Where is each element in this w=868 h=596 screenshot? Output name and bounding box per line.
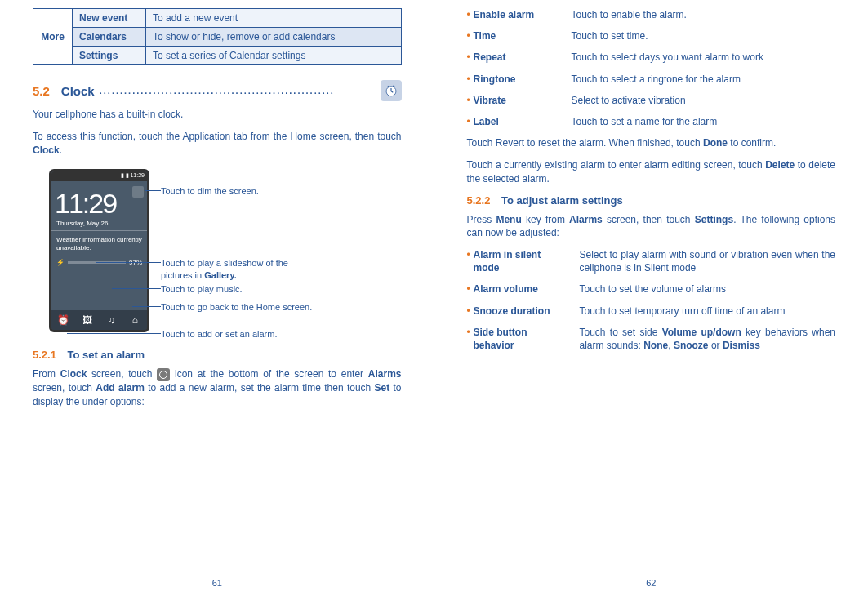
- cal-row-label: Calendars: [73, 28, 146, 47]
- page-61: More New event To add a new event Calend…: [0, 0, 434, 596]
- phone-mockup: ▮ ▮ 11:29 11:29 Thursday, May 26 Weather…: [49, 169, 149, 332]
- cal-row-desc: To add a new event: [146, 9, 402, 28]
- clock-intro-2: To access this function, touch the Appli…: [33, 130, 402, 158]
- phone-bottom-icons: ⏰ 🖼 ♫ ⌂: [51, 310, 147, 330]
- alarm-settings-list: • Alarm in silentmode Select to play ala…: [467, 248, 836, 352]
- subsection-title: To adjust alarm settings: [501, 194, 623, 207]
- heading-dots: ........................................…: [100, 86, 376, 96]
- subsection-title: To set an alarm: [68, 349, 145, 361]
- clock-intro-1: Your cellphone has a built-in clock.: [33, 108, 402, 122]
- cal-row-desc: To set a series of Calendar settings: [146, 47, 402, 65]
- alarm-options-list: •Enable alarmTouch to enable the alarm. …: [467, 8, 836, 128]
- page-number: 62: [646, 578, 656, 588]
- alarm-inline-icon: [157, 368, 170, 381]
- music-icon: ♫: [105, 314, 118, 327]
- phone-date: Thursday, May 26: [51, 220, 147, 231]
- page-62: •Enable alarmTouch to enable the alarm. …: [434, 0, 869, 596]
- opt-repeat: •RepeatTouch to select days you want ala…: [467, 51, 836, 64]
- opt-vibrate: •VibrateSelect to activate vibration: [467, 94, 836, 107]
- opt-enable-alarm: •Enable alarmTouch to enable the alarm.: [467, 8, 836, 21]
- gallery-icon: 🖼: [81, 314, 94, 327]
- opt-ringtone: •RingtoneTouch to select a ringtone for …: [467, 73, 836, 86]
- callout-slideshow: Touch to play a slideshow of the picture…: [161, 257, 288, 281]
- more-cell: More: [33, 9, 73, 65]
- phone-figure: ▮ ▮ 11:29 11:29 Thursday, May 26 Weather…: [49, 169, 402, 332]
- opt-alarm-silent: • Alarm in silentmode Select to play ala…: [467, 248, 836, 274]
- section-title: Clock: [61, 84, 95, 98]
- set-alarm-para: From Clock screen, touch icon at the bot…: [33, 367, 402, 408]
- subsection-5-2-1-heading: 5.2.1 To set an alarm: [33, 349, 402, 361]
- calendar-more-table: More New event To add a new event Calend…: [33, 8, 402, 65]
- clock-icon: [381, 80, 402, 101]
- callout-dim: Touch to dim the screen.: [161, 185, 259, 197]
- cal-row-label: New event: [73, 9, 146, 28]
- subsection-5-2-2-heading: 5.2.2 To adjust alarm settings: [467, 194, 836, 207]
- phone-weather: Weather information currently unavailabl…: [51, 231, 147, 256]
- cal-row-label: Settings: [73, 47, 146, 65]
- opt-time: •TimeTouch to set time.: [467, 29, 836, 42]
- subsection-number: 5.2.2: [467, 194, 491, 207]
- opt-snooze-duration: • Snooze duration Touch to set temporary…: [467, 305, 836, 318]
- section-5-2-heading: 5.2 Clock ..............................…: [33, 80, 402, 101]
- adjust-settings-para: Press Menu key from Alarms screen, then …: [467, 213, 836, 241]
- callout-home: Touch to go back to the Home screen.: [161, 301, 312, 313]
- opt-side-button: • Side buttonbehavior Touch to set side …: [467, 326, 836, 352]
- phone-statusbar: ▮ ▮ 11:29: [51, 171, 147, 181]
- page-number: 61: [212, 578, 222, 588]
- revert-done-para: Touch Revert to reset the alarm. When fi…: [467, 136, 836, 150]
- callout-alarm: Touch to add or set an alarm.: [161, 328, 277, 340]
- opt-alarm-volume: • Alarm volume Touch to set the volume o…: [467, 282, 836, 296]
- cal-row-desc: To show or hide, remove or add calendars: [146, 28, 402, 47]
- opt-label: •LabelTouch to set a name for the alarm: [467, 115, 836, 128]
- subsection-number: 5.2.1: [33, 349, 56, 361]
- alarm-icon: ⏰: [57, 314, 70, 327]
- callout-music: Touch to play music.: [161, 283, 243, 295]
- section-number: 5.2: [33, 84, 50, 98]
- delete-alarm-para: Touch a currently existing alarm to ente…: [467, 158, 836, 186]
- callouts: Touch to dim the screen. Touch to play a…: [153, 169, 402, 332]
- home-icon: ⌂: [128, 314, 141, 327]
- dim-icon: [132, 186, 144, 198]
